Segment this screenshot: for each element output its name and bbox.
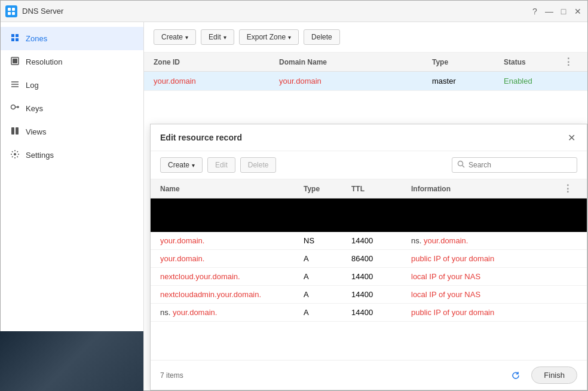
svg-rect-1 (12, 8, 15, 11)
record-ttl: 14400 (351, 308, 411, 317)
delete-button[interactable]: Delete (304, 29, 340, 45)
record-ttl: 14400 (351, 236, 411, 245)
resolution-label: Resolution (26, 57, 62, 66)
maximize-button[interactable]: □ (559, 7, 568, 16)
status-cell: Enabled (504, 77, 564, 85)
record-info: public IP of your domain (411, 254, 577, 263)
dialog-create-button[interactable]: Create (160, 157, 203, 173)
record-info: public IP of your domain (411, 308, 577, 317)
title-bar: DNS Server ? — □ ✕ (1, 1, 587, 22)
resolution-icon (10, 56, 20, 68)
zones-icon (10, 33, 20, 44)
app-title: DNS Server (22, 7, 530, 16)
items-count: 7 items (160, 371, 183, 380)
sidebar-item-keys[interactable]: Keys (1, 97, 143, 120)
log-label: Log (26, 81, 39, 90)
table-row[interactable]: ns. your.domain. A 14400 public IP of yo… (151, 304, 587, 322)
sidebar-item-views[interactable]: Views (1, 120, 143, 143)
records-menu-icon[interactable]: ⋮ (563, 183, 577, 194)
table-row[interactable]: your.domain. A 86400 public IP of your d… (151, 250, 587, 268)
record-type: A (304, 308, 351, 317)
main-content: Create Edit Export Zone Delete Zone ID D… (144, 22, 587, 390)
table-row[interactable]: nextcloudadmin.your.domain. A 14400 loca… (151, 286, 587, 304)
status-header: Status (504, 58, 564, 66)
record-name: your.domain. (160, 236, 304, 245)
svg-point-9 (11, 105, 16, 109)
record-info: ns. your.domain. (411, 236, 577, 245)
record-name: nextcloud.your.domain. (160, 272, 304, 281)
edit-button[interactable]: Edit (201, 29, 234, 45)
dialog-delete-button[interactable]: Delete (240, 157, 277, 173)
record-ttl: 14400 (351, 290, 411, 299)
svg-point-12 (14, 153, 16, 155)
zones-label: Zones (26, 34, 47, 43)
svg-point-13 (458, 161, 463, 166)
keys-icon (10, 103, 20, 114)
settings-label: Settings (26, 151, 54, 160)
search-icon (457, 160, 465, 170)
dialog-close-button[interactable]: ✕ (565, 132, 577, 143)
records-header: Name Type TTL Information ⋮ (151, 179, 587, 198)
record-type: NS (304, 236, 351, 245)
svg-rect-2 (8, 12, 11, 15)
app-body: Zones Resolution (1, 22, 587, 390)
sidebar-decoration (1, 331, 143, 390)
record-ttl: 14400 (351, 272, 411, 281)
svg-rect-11 (16, 127, 19, 135)
table-row[interactable]: nextcloud.your.domain. A 14400 local IP … (151, 268, 587, 286)
record-info: local IP of your NAS (411, 290, 577, 299)
record-ttl: 86400 (351, 254, 411, 263)
sidebar-item-resolution[interactable]: Resolution (1, 50, 143, 74)
minimize-button[interactable]: — (544, 7, 554, 16)
type-header: Type (432, 58, 504, 66)
ttl-header: TTL (351, 185, 411, 193)
record-type: A (304, 254, 351, 263)
views-label: Views (26, 127, 46, 136)
table-row[interactable]: your.domain. NS 14400 ns. your.domain. (151, 232, 587, 250)
close-button[interactable]: ✕ (573, 7, 583, 16)
record-info: local IP of your NAS (411, 272, 577, 281)
type-cell: master (432, 77, 504, 85)
svg-rect-10 (11, 127, 14, 135)
svg-rect-0 (8, 8, 11, 11)
redacted-record-row (151, 198, 587, 232)
zones-table-header: Zone ID Domain Name Type Status ⋮ (144, 53, 587, 72)
dialog-edit-button[interactable]: Edit (207, 157, 235, 173)
domain-name-cell: your.domain (279, 77, 432, 85)
create-button[interactable]: Create (154, 29, 196, 45)
search-box (452, 157, 577, 173)
zone-row[interactable]: your.domain your.domain master Enabled (144, 72, 587, 91)
sidebar: Zones Resolution (1, 22, 144, 390)
zone-id-header: Zone ID (154, 58, 279, 66)
settings-icon (10, 149, 20, 161)
type-r-header: Type (304, 185, 351, 193)
search-input[interactable] (468, 161, 572, 169)
record-type: A (304, 272, 351, 281)
app-icon (5, 5, 17, 17)
zones-table: Zone ID Domain Name Type Status ⋮ your.d… (144, 53, 587, 91)
keys-label: Keys (26, 104, 43, 113)
export-zone-button[interactable]: Export Zone (239, 29, 299, 45)
sidebar-item-log[interactable]: Log (1, 74, 143, 97)
zone-id-cell: your.domain (154, 77, 279, 85)
dialog-footer: 7 items Finish (151, 360, 587, 390)
refresh-button[interactable] (507, 367, 524, 384)
dialog-title: Edit resource record (160, 133, 242, 142)
window-controls: ? — □ ✕ (530, 7, 583, 16)
record-name: nextcloudadmin.your.domain. (160, 290, 304, 299)
name-header: Name (160, 185, 304, 193)
domain-name-header: Domain Name (279, 58, 432, 66)
edit-resource-dialog: Edit resource record ✕ Create Edit Delet… (150, 124, 587, 390)
record-name: your.domain. (160, 254, 304, 263)
zones-menu-icon[interactable]: ⋮ (564, 56, 578, 68)
svg-rect-3 (12, 12, 15, 15)
help-button[interactable]: ? (530, 7, 540, 16)
sidebar-item-zones[interactable]: Zones (1, 27, 143, 50)
svg-line-14 (463, 166, 465, 168)
dialog-toolbar: Create Edit Delete (151, 151, 587, 179)
finish-button[interactable]: Finish (531, 366, 577, 384)
svg-rect-5 (13, 59, 17, 63)
sidebar-item-settings[interactable]: Settings (1, 143, 143, 167)
main-toolbar: Create Edit Export Zone Delete (144, 22, 587, 53)
dialog-header: Edit resource record ✕ (151, 124, 587, 151)
